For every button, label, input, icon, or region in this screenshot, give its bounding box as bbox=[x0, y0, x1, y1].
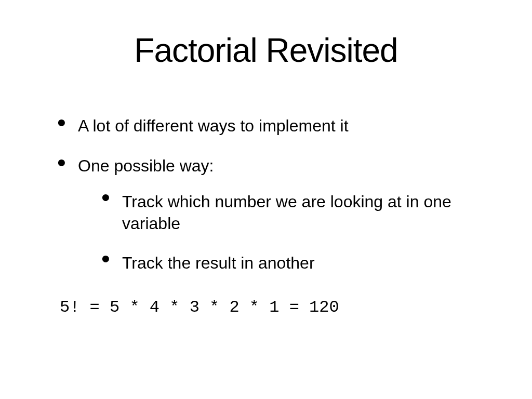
sub-bullet-text: Track the result in another bbox=[122, 254, 315, 272]
sub-bullet-list: Track which number we are looking at in … bbox=[78, 191, 490, 274]
sub-bullet-item: Track the result in another bbox=[101, 252, 490, 274]
code-example: 5! = 5 * 4 * 3 * 2 * 1 = 120 bbox=[60, 298, 490, 317]
sub-bullet-item: Track which number we are looking at in … bbox=[101, 191, 490, 234]
bullet-text: A lot of different ways to implement it bbox=[78, 116, 349, 135]
bullet-list: A lot of different ways to implement it … bbox=[42, 116, 490, 274]
bullet-item: A lot of different ways to implement it bbox=[57, 116, 490, 136]
bullet-text: One possible way: bbox=[78, 156, 214, 175]
sub-bullet-text: Track which number we are looking at in … bbox=[122, 192, 451, 233]
bullet-item: One possible way: Track which number we … bbox=[57, 156, 490, 274]
slide-title: Factorial Revisited bbox=[42, 31, 490, 70]
